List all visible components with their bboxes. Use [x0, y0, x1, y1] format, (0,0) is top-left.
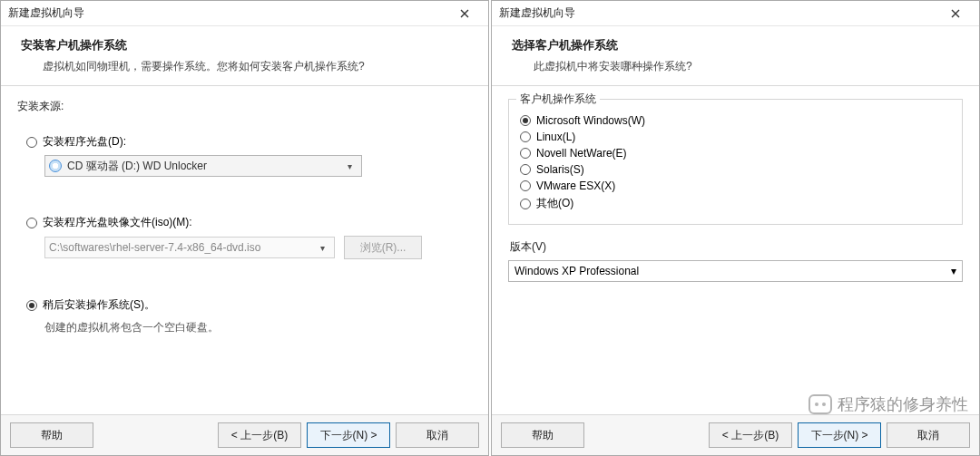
os-group-title: 客户机操作系统 — [516, 92, 600, 107]
option-iso-label: 安装程序光盘映像文件(iso)(M): — [43, 215, 192, 230]
content-area: 安装来源: 安装程序光盘(D): CD 驱动器 (D:) WD Unlocker… — [1, 86, 488, 414]
version-dropdown[interactable]: Windows XP Professional ▾ — [508, 260, 963, 282]
os-groupbox: 客户机操作系统 Microsoft Windows(W) Linux(L) No… — [508, 99, 963, 225]
window-title: 新建虚拟机向导 — [499, 5, 575, 21]
disc-dropdown[interactable]: CD 驱动器 (D:) WD Unlocker ▾ — [44, 155, 362, 177]
wizard-header: 选择客户机操作系统 此虚拟机中将安装哪种操作系统? — [492, 26, 979, 86]
version-dropdown-text: Windows XP Professional — [514, 265, 951, 277]
os-option-linux[interactable]: Linux(L) — [520, 131, 951, 143]
next-button[interactable]: 下一步(N) > — [307, 422, 390, 448]
os-option-label: Linux(L) — [536, 131, 575, 143]
cancel-button[interactable]: 取消 — [396, 422, 479, 448]
os-option-label: Solaris(S) — [536, 163, 584, 176]
header-title: 安装客户机操作系统 — [21, 37, 468, 53]
help-button[interactable]: 帮助 — [501, 422, 584, 448]
wizard-header: 安装客户机操作系统 虚拟机如同物理机，需要操作系统。您将如何安装客户机操作系统? — [1, 26, 488, 86]
os-option-netware[interactable]: Novell NetWare(E) — [520, 147, 951, 160]
os-option-vmware-esx[interactable]: VMware ESX(X) — [520, 179, 951, 192]
back-button[interactable]: < 上一步(B) — [218, 422, 301, 448]
os-option-label: VMware ESX(X) — [536, 179, 615, 192]
os-option-solaris[interactable]: Solaris(S) — [520, 163, 951, 176]
source-label: 安装来源: — [17, 99, 472, 114]
next-button[interactable]: 下一步(N) > — [798, 422, 881, 448]
chevron-down-icon: ▾ — [341, 161, 358, 171]
header-subtitle: 此虚拟机中将安装哪种操作系统? — [512, 59, 959, 74]
button-bar: 帮助 < 上一步(B) 下一步(N) > 取消 — [492, 414, 979, 455]
radio-icon — [26, 137, 37, 148]
option-disc-label: 安装程序光盘(D): — [43, 134, 126, 150]
cd-icon — [49, 160, 62, 172]
titlebar: 新建虚拟机向导 — [1, 1, 488, 26]
os-option-label: Microsoft Windows(W) — [536, 114, 645, 127]
radio-icon — [520, 131, 531, 142]
os-option-windows[interactable]: Microsoft Windows(W) — [520, 114, 951, 127]
iso-path-field[interactable]: C:\softwares\rhel-server-7.4-x86_64-dvd.… — [44, 237, 335, 258]
wizard-select-os: 新建虚拟机向导 选择客户机操作系统 此虚拟机中将安装哪种操作系统? 客户机操作系… — [491, 0, 980, 456]
chevron-down-icon: ▾ — [951, 265, 956, 277]
header-title: 选择客户机操作系统 — [512, 37, 959, 53]
content-area: 客户机操作系统 Microsoft Windows(W) Linux(L) No… — [492, 86, 979, 414]
button-bar: 帮助 < 上一步(B) 下一步(N) > 取消 — [1, 414, 488, 455]
close-button[interactable] — [446, 3, 483, 24]
later-help-text: 创建的虚拟机将包含一个空白硬盘。 — [44, 320, 472, 335]
os-option-label: 其他(O) — [536, 196, 573, 211]
wizard-install-source: 新建虚拟机向导 安装客户机操作系统 虚拟机如同物理机，需要操作系统。您将如何安装… — [0, 0, 489, 456]
cancel-button[interactable]: 取消 — [887, 422, 970, 448]
version-label: 版本(V) — [510, 239, 963, 255]
back-button[interactable]: < 上一步(B) — [709, 422, 792, 448]
disc-dropdown-text: CD 驱动器 (D:) WD Unlocker — [67, 159, 341, 174]
chevron-down-icon: ▾ — [314, 243, 330, 253]
option-later[interactable]: 稍后安装操作系统(S)。 — [26, 297, 472, 313]
os-option-other[interactable]: 其他(O) — [520, 196, 951, 211]
titlebar: 新建虚拟机向导 — [492, 1, 979, 26]
radio-icon — [520, 148, 531, 159]
radio-icon — [520, 180, 531, 191]
window-title: 新建虚拟机向导 — [8, 5, 84, 21]
iso-path-text: C:\softwares\rhel-server-7.4-x86_64-dvd.… — [49, 241, 314, 254]
os-option-label: Novell NetWare(E) — [536, 147, 627, 160]
help-button[interactable]: 帮助 — [10, 422, 93, 448]
header-subtitle: 虚拟机如同物理机，需要操作系统。您将如何安装客户机操作系统? — [21, 59, 468, 74]
option-disc[interactable]: 安装程序光盘(D): — [26, 134, 472, 150]
browse-button[interactable]: 浏览(R)... — [344, 236, 422, 259]
option-later-label: 稍后安装操作系统(S)。 — [43, 297, 155, 313]
radio-icon — [520, 115, 531, 126]
radio-icon — [26, 300, 37, 311]
radio-icon — [520, 199, 531, 209]
close-button[interactable] — [937, 3, 974, 24]
radio-icon — [26, 218, 37, 228]
option-iso[interactable]: 安装程序光盘映像文件(iso)(M): — [26, 215, 472, 230]
radio-icon — [520, 164, 531, 175]
